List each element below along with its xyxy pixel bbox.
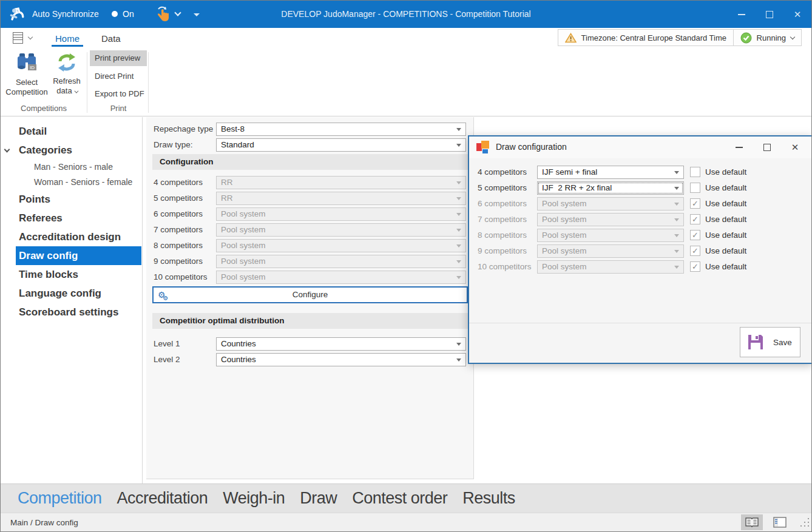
tab-data[interactable]: Data	[98, 31, 124, 47]
select-competition-button[interactable]: ID Select Competition	[4, 50, 49, 107]
direct-print-button[interactable]: Direct Print	[90, 69, 147, 84]
use-default-label: Use default	[705, 214, 746, 227]
export-to-pdf-button[interactable]: Export to PDF	[90, 86, 147, 102]
titlebar: Auto Synchronize On DEVELOP JudoManager …	[1, 1, 811, 28]
combo-value: Pool system	[542, 214, 671, 226]
sidebar-item-language-config[interactable]: Language config	[16, 284, 141, 303]
dialog-competitors-10-select[interactable]: Pool system	[537, 260, 684, 274]
categories-expand-chevron-icon[interactable]	[4, 147, 10, 153]
combo-arrow-icon	[456, 359, 461, 362]
combo-value: IJF semi + final	[542, 166, 671, 178]
titlebar-dropdown-icon[interactable]	[194, 13, 200, 16]
sidebar-item-time-blocks[interactable]: Time blocks	[16, 265, 141, 284]
sidebar-item-scoreboard-settings[interactable]: Scoreboard settings	[16, 303, 141, 322]
save-button[interactable]: Save	[740, 327, 800, 357]
dialog-competitors-7-label: 7 competitors	[478, 213, 527, 226]
combo-arrow-icon	[674, 218, 679, 221]
dialog-competitors-9-select[interactable]: Pool system	[537, 244, 684, 258]
level-1-label: Level 1	[154, 337, 180, 351]
level-2-select[interactable]: Countries	[216, 353, 466, 366]
hand-dropdown-chevron-icon[interactable]	[174, 9, 181, 16]
sidebar-item-referees[interactable]: Referees	[16, 209, 141, 227]
sidebar-item-accreditation-design[interactable]: Accreditation design	[16, 227, 141, 246]
sidebar-item-categories[interactable]: Categories	[16, 141, 141, 160]
dialog-competitors-6-label: 6 competitors	[478, 197, 527, 210]
ribbon: Home Data ID Select Competition	[1, 28, 811, 116]
combo-arrow-icon	[674, 203, 679, 206]
judo-logo-icon	[9, 6, 25, 22]
dialog-competitors-5-select[interactable]: IJF 2 RR + 2x final	[537, 181, 684, 195]
dialog-competitors-8-select[interactable]: Pool system	[537, 229, 684, 242]
use-default-checkbox-6[interactable]	[690, 198, 700, 209]
running-status-badge[interactable]: Running	[733, 29, 802, 46]
running-label: Running	[757, 33, 786, 42]
minimize-button[interactable]	[728, 1, 756, 28]
sync-status[interactable]: On	[112, 9, 134, 19]
dialog-close-button[interactable]: ✕	[782, 138, 808, 157]
configuration-section-header: Configuration	[152, 154, 468, 170]
resize-grip[interactable]	[800, 518, 809, 527]
dialog-maximize-button[interactable]	[754, 138, 780, 157]
use-default-checkbox-4[interactable]	[690, 167, 700, 177]
sidebar-item-detail[interactable]: Detail	[16, 122, 141, 141]
save-button-label: Save	[773, 338, 792, 347]
maximize-button[interactable]	[756, 1, 783, 28]
configure-button[interactable]: ⚙⚙ Configure	[152, 286, 468, 303]
nav-contest-order[interactable]: Contest order	[352, 489, 447, 508]
competitors-4-label: 4 competitors	[154, 176, 203, 189]
sidebar-item-points[interactable]: Points	[16, 190, 141, 209]
sidebar-item-woman-seniors-female[interactable]: Woman - Seniors - female	[34, 175, 142, 190]
level-1-select[interactable]: Countries	[216, 337, 466, 351]
running-chevron-icon	[790, 34, 795, 39]
combo-value: Pool system	[542, 198, 671, 210]
use-default-checkbox-8[interactable]	[690, 230, 700, 240]
refresh-data-button[interactable]: Refresh data	[49, 50, 84, 107]
dialog-titlebar: Draw configuration ✕	[469, 136, 811, 158]
competitors-8-select[interactable]: Pool system	[216, 239, 466, 252]
draw-type-select[interactable]: Standard	[216, 138, 466, 152]
nav-draw[interactable]: Draw	[300, 489, 337, 508]
nav-competition[interactable]: Competition	[18, 489, 102, 508]
timezone-badge[interactable]: Timezone: Central Europe Standard Time	[558, 29, 734, 46]
bottom-nav: Competition Accreditation Weigh-in Draw …	[1, 483, 811, 513]
print-preview-button[interactable]: Print preview	[90, 50, 147, 66]
use-default-checkbox-5[interactable]	[690, 183, 700, 193]
reading-view-button[interactable]	[741, 514, 763, 530]
close-button[interactable]: ✕	[783, 1, 811, 28]
use-default-checkbox-10[interactable]	[690, 261, 700, 272]
app-menu-button[interactable]	[13, 32, 33, 45]
use-default-checkbox-7[interactable]	[690, 214, 700, 224]
competitors-5-select[interactable]: RR	[216, 192, 466, 205]
nav-results[interactable]: Results	[462, 489, 515, 508]
app-window: Auto Synchronize On DEVELOP JudoManager …	[0, 0, 812, 532]
tab-home[interactable]: Home	[52, 31, 83, 47]
nav-accreditation[interactable]: Accreditation	[117, 489, 208, 508]
nav-weigh-in[interactable]: Weigh-in	[223, 489, 285, 508]
combo-arrow-icon	[674, 266, 679, 269]
competitors-10-select[interactable]: Pool system	[216, 271, 466, 284]
competitors-6-select[interactable]: Pool system	[216, 207, 466, 221]
dialog-competitors-4-select[interactable]: IJF semi + final	[537, 166, 684, 179]
dialog-title: Draw configuration	[496, 142, 567, 152]
competitors-10-label: 10 competitors	[154, 271, 208, 284]
dialog-competitors-6-select[interactable]: Pool system	[537, 197, 684, 210]
combo-arrow-icon	[674, 250, 679, 253]
split-panel-icon	[773, 517, 787, 528]
print-group-label: Print	[90, 104, 147, 113]
split-view-button[interactable]	[769, 514, 791, 530]
competitors-9-select[interactable]: Pool system	[216, 255, 466, 268]
dialog-competitors-9-label: 9 competitors	[478, 244, 527, 258]
sidebar-item-draw-config[interactable]: Draw config	[16, 246, 141, 265]
sidebar-item-man-seniors-male[interactable]: Man - Seniors - male	[34, 160, 142, 175]
competitors-4-select[interactable]: RR	[216, 176, 466, 189]
dialog-competitors-10-label: 10 competitors	[478, 260, 532, 274]
competitors-7-select[interactable]: Pool system	[216, 223, 466, 237]
hand-pointer-icon[interactable]	[155, 5, 171, 22]
combo-value: RR	[221, 192, 453, 204]
combo-arrow-icon	[674, 187, 679, 190]
dialog-competitors-8-label: 8 competitors	[478, 229, 527, 242]
repechage-type-select[interactable]: Best-8	[216, 123, 466, 136]
dialog-competitors-7-select[interactable]: Pool system	[537, 213, 684, 226]
dialog-minimize-button[interactable]	[726, 138, 752, 157]
use-default-checkbox-9[interactable]	[690, 246, 700, 256]
